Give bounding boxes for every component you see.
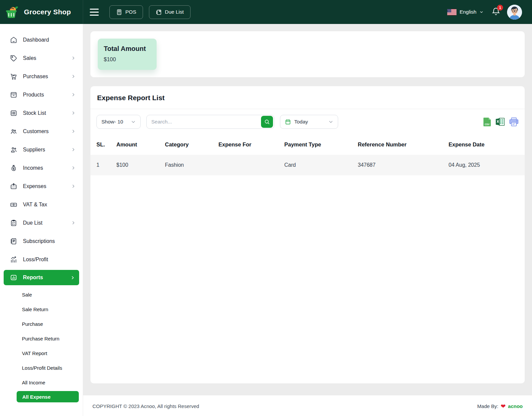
brand-name: Grocery Shop xyxy=(24,8,71,16)
sidebar-item-loss-profit[interactable]: Loss/Profit xyxy=(0,250,83,269)
chevron-right-icon xyxy=(71,166,75,170)
print-icon[interactable] xyxy=(509,117,519,126)
trend-chart-icon xyxy=(10,256,17,263)
submenu-item-loss-profit-details[interactable]: Loss/Profit Details xyxy=(0,360,83,375)
notification-badge: 1 xyxy=(497,5,503,11)
clipboard-check-icon xyxy=(156,9,162,15)
sidebar-item-customers[interactable]: Customers xyxy=(0,122,83,140)
submenu-item-purchase[interactable]: Purchase xyxy=(0,316,83,331)
sidebar-item-label: Reports xyxy=(23,275,43,281)
csv-export-icon[interactable]: CSV xyxy=(483,117,491,127)
chevron-right-icon xyxy=(71,129,75,133)
sidebar-item-products[interactable]: Products xyxy=(0,86,83,104)
table-row[interactable]: 1 $100 Fashion Card 347687 04 Aug, 2025 xyxy=(90,155,525,175)
main-content: Total Amount $100 Expense Report List Sh… xyxy=(83,24,532,416)
sidebar-item-purchases[interactable]: Purchases xyxy=(0,67,83,86)
box-icon xyxy=(10,91,17,99)
cell-payment-type: Card xyxy=(284,155,358,175)
sidebar: Dashboard Sales Purchases Products Stock… xyxy=(0,24,83,416)
cell-expense-date: 04 Aug, 2025 xyxy=(449,155,525,175)
sidebar-item-label: Subscriptions xyxy=(23,238,55,244)
summary-panel: Total Amount $100 xyxy=(90,31,525,77)
grocery-basket-logo-icon xyxy=(5,5,20,19)
sidebar-item-label: Stock List xyxy=(23,110,46,116)
copyright-text: COPYRIGHT © 2023 Acnoo, All rights Reser… xyxy=(92,403,199,409)
export-buttons: CSV xyxy=(483,117,520,127)
pos-button[interactable]: POS xyxy=(109,5,143,19)
sidebar-item-sales[interactable]: Sales xyxy=(0,49,83,67)
submenu-item-vat-report[interactable]: VAT Report xyxy=(0,346,83,360)
chevron-right-icon xyxy=(71,93,75,97)
cell-reference-number: 347687 xyxy=(358,155,449,175)
column-header-expense-date: Expense Date xyxy=(449,134,525,155)
notifications-button[interactable]: 1 xyxy=(491,7,500,17)
hamburger-menu-icon[interactable] xyxy=(90,9,99,16)
topbar: Grocery Shop POS Due List xyxy=(0,0,532,24)
users-group-icon xyxy=(10,128,17,135)
submenu-item-all-expense[interactable]: All Expense xyxy=(17,391,79,402)
sidebar-item-label: Due List xyxy=(23,220,43,226)
sidebar-item-stock-list[interactable]: Stock List xyxy=(0,104,83,122)
submenu-item-sale[interactable]: Sale xyxy=(0,287,83,302)
sidebar-item-label: Incomes xyxy=(23,165,43,171)
made-by: Made By: ❤ acnoo xyxy=(477,403,523,409)
show-entries-label: Show- 10 xyxy=(101,119,123,125)
sidebar-item-label: Customers xyxy=(23,128,49,134)
brand[interactable]: Grocery Shop xyxy=(0,0,83,24)
book-icon xyxy=(10,238,17,245)
submenu-item-purchase-return[interactable]: Purchase Return xyxy=(0,331,83,346)
sidebar-item-label: VAT & Tax xyxy=(23,202,47,208)
search-button[interactable] xyxy=(261,116,273,128)
sidebar-item-reports[interactable]: Reports xyxy=(4,270,79,285)
svg-text:CSV: CSV xyxy=(485,123,490,125)
total-amount-label: Total Amount xyxy=(104,45,151,53)
show-entries-select[interactable]: Show- 10 xyxy=(96,115,141,129)
submenu-item-sale-return[interactable]: Sale Return xyxy=(0,302,83,316)
expense-report-panel: Expense Report List Show- 10 Today xyxy=(90,86,525,383)
sidebar-item-vat-tax[interactable]: VAT & Tax xyxy=(0,195,83,214)
total-amount-card: Total Amount $100 xyxy=(98,39,157,70)
sidebar-item-subscriptions[interactable]: Subscriptions xyxy=(0,232,83,250)
sidebar-item-suppliers[interactable]: Suppliers xyxy=(0,140,83,159)
bar-chart-icon xyxy=(10,274,17,281)
reports-submenu: Sale Sale Return Purchase Purchase Retur… xyxy=(0,287,83,402)
submenu-item-label: Sale xyxy=(22,292,32,298)
excel-export-icon[interactable] xyxy=(496,117,505,126)
sidebar-item-incomes[interactable]: Incomes xyxy=(0,159,83,177)
users-icon xyxy=(10,146,17,153)
pos-button-label: POS xyxy=(125,9,136,15)
calendar-icon xyxy=(285,119,291,125)
sidebar-item-due-list[interactable]: Due List xyxy=(0,214,83,232)
table-header-row: SL. Amount Category Expense For Payment … xyxy=(90,134,525,155)
chevron-right-icon xyxy=(71,147,75,152)
column-header-category: Category xyxy=(165,134,218,155)
made-by-brand-link[interactable]: acnoo xyxy=(508,403,523,409)
submenu-item-label: Loss/Profit Details xyxy=(22,365,62,371)
clipboard-list-icon xyxy=(10,219,17,227)
sidebar-item-expenses[interactable]: Expenses xyxy=(0,177,83,195)
cell-sl: 1 xyxy=(90,155,116,175)
tag-icon xyxy=(10,55,17,62)
search-box xyxy=(146,115,274,129)
search-input[interactable] xyxy=(151,119,261,125)
language-label: English xyxy=(460,9,476,15)
chevron-right-icon xyxy=(71,74,75,79)
date-filter-select[interactable]: Today xyxy=(280,115,338,129)
cell-category: Fashion xyxy=(165,155,218,175)
chevron-right-icon xyxy=(71,184,75,188)
expense-arrow-icon xyxy=(10,183,17,190)
column-header-reference-number: Reference Number xyxy=(358,134,449,155)
total-amount-value: $100 xyxy=(104,56,151,63)
expense-table: SL. Amount Category Expense For Payment … xyxy=(90,134,525,175)
sidebar-item-label: Loss/Profit xyxy=(23,257,48,263)
page-title: Expense Report List xyxy=(90,86,525,109)
language-selector[interactable]: English xyxy=(447,9,483,15)
avatar[interactable] xyxy=(507,5,522,20)
table-controls: Show- 10 Today xyxy=(90,109,525,134)
column-header-amount: Amount xyxy=(116,134,165,155)
submenu-item-all-income[interactable]: All Income xyxy=(0,375,83,390)
column-header-expense-for: Expense For xyxy=(218,134,284,155)
chevron-down-icon xyxy=(479,10,483,14)
sidebar-item-dashboard[interactable]: Dashboard xyxy=(0,31,83,49)
due-list-button[interactable]: Due List xyxy=(149,5,191,19)
